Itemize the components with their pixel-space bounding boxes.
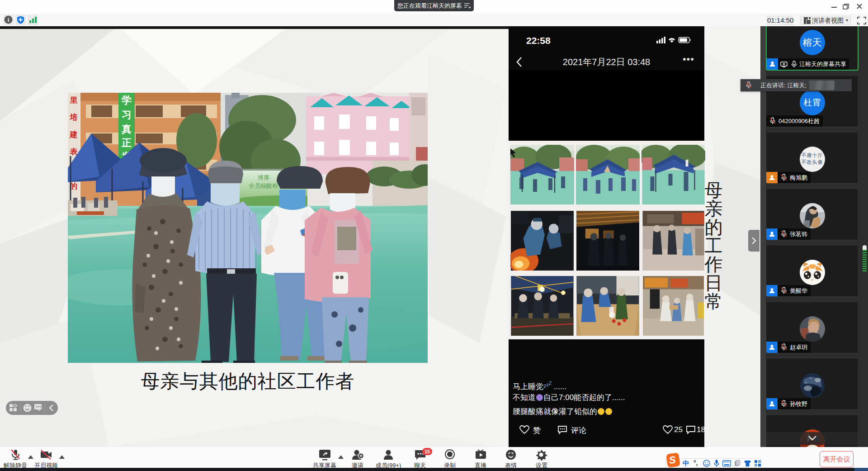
- svg-text:真: 真: [121, 124, 132, 135]
- svg-text:习: 习: [122, 109, 132, 120]
- svg-text:里: 里: [70, 96, 78, 105]
- svg-text:培: 培: [70, 113, 78, 122]
- svg-text:表: 表: [70, 147, 78, 156]
- svg-text:建: 建: [70, 130, 78, 139]
- svg-text:博厚·: 博厚·: [258, 174, 271, 181]
- svg-text:i: i: [8, 16, 9, 23]
- svg-text:全员核酸检: 全员核酸检: [249, 182, 278, 189]
- svg-text:正: 正: [121, 137, 132, 148]
- svg-text:学: 学: [122, 95, 132, 106]
